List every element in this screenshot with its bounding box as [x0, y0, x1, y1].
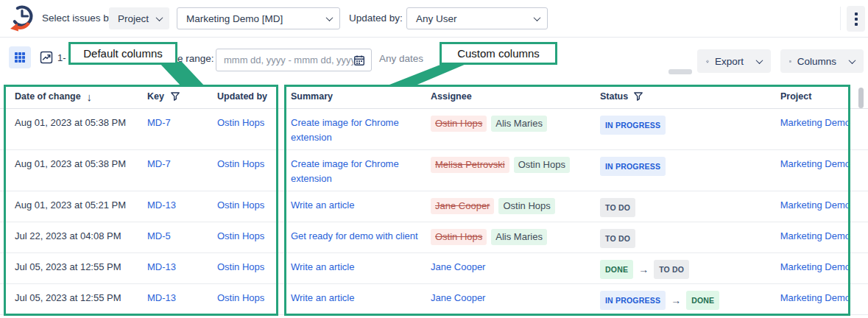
updated-by-cell: Ostin Hops	[206, 198, 283, 213]
issue-key-link[interactable]: MD-13	[147, 292, 176, 303]
status-badge: IN PROGRESS	[600, 157, 666, 176]
assignee-removed-badge: Ostin Hops	[431, 116, 487, 132]
filter-funnel-icon[interactable]	[633, 91, 643, 102]
summary-cell: Get ready for demo with client	[283, 229, 423, 244]
summary-link[interactable]: Create image for Chrome extension	[291, 116, 423, 145]
project-link[interactable]: Marketing Demo	[780, 117, 850, 128]
issue-key-link[interactable]: MD-7	[147, 117, 171, 128]
date-range-input-wrap	[216, 49, 372, 71]
updated-by-dropdown[interactable]: Any User	[406, 7, 548, 29]
horizontal-scrollbar[interactable]	[668, 69, 692, 74]
app-logo-clock-icon	[6, 4, 37, 35]
table-row: Aug 01, 2023 at 05:21 PM MD-13 Ostin Hop…	[0, 191, 868, 222]
issue-key-cell: MD-7	[133, 116, 206, 130]
filter-funnel-icon[interactable]	[170, 91, 180, 102]
sort-descending-icon[interactable]: ↓	[87, 91, 93, 103]
assignee-cell: Jane Cooper	[423, 260, 593, 275]
date-of-change-cell: Jul 22, 2023 at 04:08 PM	[0, 229, 133, 244]
assignee-cell: Jane Cooper	[423, 291, 593, 305]
more-options-button[interactable]	[847, 6, 865, 32]
issue-key-cell: MD-7	[133, 157, 206, 172]
updated-by-link[interactable]: Ostin Hops	[217, 199, 264, 211]
assignee-link[interactable]: Jane Cooper	[431, 260, 485, 275]
project-link[interactable]: Marketing Demo	[780, 292, 850, 303]
issue-key-link[interactable]: MD-7	[147, 158, 171, 169]
status-badge: DONE	[686, 291, 719, 310]
summary-link[interactable]: Write an article	[291, 198, 354, 213]
select-by-dropdown[interactable]: Project	[109, 7, 169, 29]
summary-link[interactable]: Get ready for demo with client	[291, 229, 418, 244]
project-cell: Marketing Demo	[769, 157, 868, 172]
summary-link[interactable]: Create image for Chrome extension	[291, 157, 423, 186]
select-by-value: Project	[118, 13, 149, 24]
chart-view-button[interactable]	[35, 46, 57, 68]
date-of-change-cell: Jul 05, 2023 at 12:55 PM	[0, 260, 133, 275]
project-cell: Marketing Demo	[769, 116, 868, 130]
issue-key-link[interactable]: MD-5	[147, 230, 171, 241]
status-badge: IN PROGRESS	[600, 116, 666, 135]
assignee-added-badge: Alis Maries	[491, 116, 547, 132]
updated-by-link[interactable]: Ostin Hops	[217, 261, 264, 272]
columns-icon	[789, 55, 791, 68]
status-badge: TO DO	[600, 198, 635, 217]
summary-cell: Write an article	[283, 260, 423, 275]
updated-by-link[interactable]: Ostin Hops	[217, 117, 264, 128]
project-cell: Marketing Demo	[769, 229, 868, 244]
table-header-row: Date of change ↓ Key Updated by Summary …	[0, 85, 868, 109]
issue-key-link[interactable]: MD-13	[147, 199, 176, 211]
date-range-label: Date range:	[162, 53, 214, 64]
assignee-cell: Ostin HopsAlis Maries	[423, 229, 593, 245]
summary-cell: Create image for Chrome extension	[283, 157, 423, 186]
project-link[interactable]: Marketing Demo	[780, 230, 850, 241]
vertical-scrollbar[interactable]	[858, 88, 864, 108]
columns-button[interactable]: Columns	[780, 49, 864, 73]
export-cloud-icon	[706, 55, 709, 68]
assignee-link[interactable]: Jane Cooper	[431, 291, 485, 305]
issue-key-cell: MD-13	[133, 198, 206, 213]
updated-by-link[interactable]: Ostin Hops	[217, 292, 264, 303]
assignee-removed-badge: Ostin Hops	[431, 229, 487, 245]
calendar-icon[interactable]	[353, 54, 365, 66]
status-cell: TO DO	[593, 198, 769, 217]
updated-by-value: Any User	[416, 13, 457, 24]
assignee-cell: Melisa PetrovskiOstin Hops	[423, 157, 593, 173]
updated-by-link[interactable]: Ostin Hops	[217, 158, 264, 169]
column-header-date-of-change[interactable]: Date of change ↓	[0, 91, 133, 103]
chevron-down-icon	[756, 57, 763, 64]
project-cell: Marketing Demo	[769, 291, 868, 305]
project-dropdown[interactable]: Marketing Demo [MD]	[177, 7, 340, 29]
date-range-input[interactable]	[224, 54, 353, 66]
column-header-updated-by: Updated by	[206, 91, 283, 102]
project-link[interactable]: Marketing Demo	[780, 199, 850, 211]
chevron-down-icon	[156, 14, 163, 21]
project-cell: Marketing Demo	[769, 198, 868, 213]
project-dropdown-value: Marketing Demo [MD]	[186, 13, 283, 24]
status-cell: IN PROGRESS	[593, 157, 769, 176]
table-view-button[interactable]	[9, 46, 31, 68]
project-link[interactable]: Marketing Demo	[780, 261, 850, 272]
issue-key-cell: MD-13	[133, 291, 206, 305]
status-transition-arrow-icon: →	[638, 264, 649, 275]
status-badge: DONE	[600, 260, 633, 279]
export-button[interactable]: Export	[697, 49, 771, 73]
updated-by-cell: Ostin Hops	[206, 229, 283, 244]
updated-by-label: Updated by:	[349, 13, 403, 24]
updated-by-cell: Ostin Hops	[206, 116, 283, 130]
status-cell: IN PROGRESS→DONE	[593, 291, 769, 310]
any-dates-label: Any dates	[379, 53, 423, 64]
assignee-removed-badge: Melisa Petrovski	[431, 157, 509, 173]
status-cell: IN PROGRESS	[593, 116, 769, 135]
updated-by-link[interactable]: Ostin Hops	[217, 230, 264, 241]
date-of-change-cell: Aug 01, 2023 at 05:21 PM	[0, 198, 133, 213]
column-header-key: Key	[133, 91, 206, 102]
summary-link[interactable]: Write an article	[291, 260, 354, 275]
project-link[interactable]: Marketing Demo	[780, 158, 850, 169]
issue-key-link[interactable]: MD-13	[147, 261, 176, 272]
updated-by-cell: Ostin Hops	[206, 157, 283, 172]
status-cell: TO DO	[593, 229, 769, 248]
status-cell: DONE→TO DO	[593, 260, 769, 279]
summary-link[interactable]: Write an article	[291, 291, 354, 305]
chevron-down-icon	[849, 57, 856, 64]
topbar-divider	[840, 7, 841, 30]
chevron-down-icon	[534, 14, 541, 21]
